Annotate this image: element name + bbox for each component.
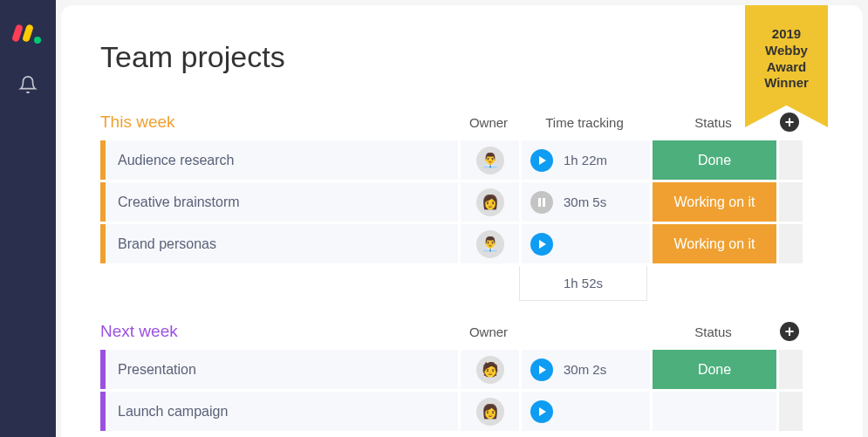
time-tracking-cell[interactable] — [522, 392, 650, 431]
avatar: 👨‍💼 — [476, 147, 504, 174]
avatar: 👩 — [476, 398, 504, 426]
group: This week Owner Time tracking Status + A… — [100, 109, 837, 301]
page-title: Team projects — [100, 40, 837, 74]
ribbon-line: Award — [752, 59, 821, 76]
row-trail — [779, 182, 803, 222]
play-icon — [539, 407, 546, 416]
avatar: 🧑 — [476, 356, 504, 384]
owner-cell[interactable]: 👨‍💼 — [461, 140, 519, 180]
time-tracking-button[interactable] — [530, 191, 553, 214]
main-content: 2019 Webby Award Winner Team projects Th… — [61, 5, 863, 437]
avatar: 👩 — [476, 188, 504, 216]
bell-icon — [18, 75, 38, 94]
status-badge[interactable]: Done — [653, 140, 776, 180]
time-tracking-cell[interactable]: 30m 2s — [522, 350, 650, 389]
svg-rect-1 — [22, 24, 34, 42]
status-badge[interactable]: Working on it — [653, 182, 776, 222]
notifications-button[interactable] — [18, 75, 38, 98]
task-name-cell[interactable]: Brand personas — [100, 224, 458, 263]
owner-cell[interactable]: 🧑 — [461, 350, 519, 389]
play-icon — [539, 240, 546, 249]
table-row: Audience research 👨‍💼 1h 22m Done — [100, 140, 837, 180]
time-tracking-button[interactable] — [530, 233, 553, 256]
add-column-button[interactable]: + — [780, 322, 799, 341]
task-name-cell[interactable]: Presentation — [100, 350, 458, 389]
time-tracking-cell[interactable]: 1h 22m — [522, 140, 650, 180]
group-title[interactable]: Next week — [100, 322, 458, 341]
group-header: Next week Owner Status + — [100, 318, 837, 350]
time-tracking-cell[interactable]: 30m 5s — [522, 182, 650, 222]
column-header-owner[interactable]: Owner — [458, 324, 519, 339]
table-row: Presentation 🧑 30m 2s Done — [100, 350, 837, 389]
play-icon — [539, 365, 546, 374]
owner-cell[interactable]: 👨‍💼 — [461, 224, 519, 263]
task-name-cell[interactable]: Creative brainstorm — [100, 182, 458, 222]
group-total-row: 1h 52s — [100, 266, 837, 301]
app-logo[interactable] — [12, 17, 44, 49]
group-title[interactable]: This week — [100, 113, 458, 132]
time-tracking-button[interactable] — [530, 149, 553, 172]
row-trail — [779, 392, 803, 431]
group-header: This week Owner Time tracking Status + — [100, 109, 837, 140]
row-trail — [779, 224, 803, 263]
row-trail — [779, 350, 803, 389]
ribbon-line: Winner — [752, 75, 821, 92]
play-icon — [539, 156, 546, 165]
row-trail — [779, 140, 803, 180]
table-row: Brand personas 👨‍💼 Working on it — [100, 224, 837, 263]
add-column-button[interactable]: + — [780, 113, 799, 132]
total-time: 1h 52s — [519, 266, 647, 301]
tracked-time: 30m 2s — [564, 362, 606, 377]
table-row: Launch campaign 👩 — [100, 392, 837, 431]
table-row: Creative brainstorm 👩 30m 5s Working on … — [100, 182, 837, 222]
pause-icon — [538, 198, 545, 207]
sidebar — [0, 0, 56, 437]
status-badge[interactable] — [653, 392, 776, 431]
column-header-status[interactable]: Status — [650, 324, 776, 339]
svg-rect-0 — [12, 24, 24, 42]
tracked-time: 30m 5s — [564, 195, 606, 209]
owner-cell[interactable]: 👩 — [461, 182, 519, 222]
column-header-time-tracking[interactable]: Time tracking — [519, 115, 650, 130]
ribbon-line: Webby — [752, 43, 821, 59]
group: Next week Owner Status + Presentation 🧑 … — [100, 318, 837, 431]
svg-point-2 — [34, 37, 41, 44]
status-badge[interactable]: Done — [653, 350, 776, 389]
task-name-cell[interactable]: Launch campaign — [100, 392, 458, 431]
owner-cell[interactable]: 👩 — [461, 392, 519, 431]
status-badge[interactable]: Working on it — [653, 224, 776, 263]
time-tracking-button[interactable] — [530, 400, 553, 423]
avatar: 👨‍💼 — [476, 230, 504, 258]
task-name-cell[interactable]: Audience research — [100, 140, 458, 180]
tracked-time: 1h 22m — [564, 153, 607, 167]
ribbon-line: 2019 — [752, 26, 821, 43]
time-tracking-cell[interactable] — [522, 224, 650, 263]
time-tracking-button[interactable] — [530, 358, 553, 381]
column-header-owner[interactable]: Owner — [458, 115, 519, 130]
